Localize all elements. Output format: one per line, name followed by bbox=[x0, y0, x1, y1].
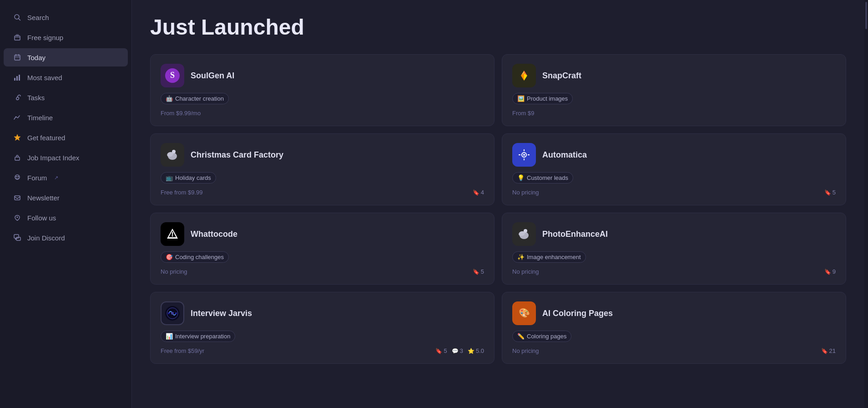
sidebar-item-tasks[interactable]: Tasks bbox=[4, 88, 128, 107]
card-footer: No pricing 🔖 21 bbox=[512, 347, 836, 354]
tag-emoji: 🎯 bbox=[166, 254, 173, 260]
most-saved-icon bbox=[13, 73, 22, 82]
get-featured-icon bbox=[13, 133, 22, 142]
sidebar-item-most-saved[interactable]: Most saved bbox=[4, 68, 128, 87]
join-discord-icon bbox=[13, 233, 22, 242]
main-content: Just Launched S SoulGen AI 🤖 Character c… bbox=[132, 0, 864, 408]
tag-label: Image enhancement bbox=[527, 254, 581, 260]
product-card-photoenhance-ai[interactable]: PhotoEnhanceAI ✨ Image enhancement No pr… bbox=[502, 213, 846, 285]
tag-emoji: ✨ bbox=[517, 254, 525, 260]
stat-icon: ⭐ bbox=[468, 348, 474, 354]
sidebar-item-today[interactable]: Today bbox=[4, 48, 128, 66]
svg-text:🎨: 🎨 bbox=[519, 307, 530, 318]
svg-point-41 bbox=[171, 312, 174, 315]
card-name: Whattocode bbox=[191, 230, 237, 239]
card-stats: 🔖 5 bbox=[473, 268, 484, 275]
sidebar-item-label: Most saved bbox=[27, 74, 62, 82]
free-signup-icon bbox=[13, 33, 22, 42]
svg-rect-16 bbox=[15, 196, 20, 200]
sidebar-item-newsletter[interactable]: Newsletter bbox=[4, 189, 128, 207]
timeline-icon bbox=[13, 113, 22, 122]
product-card-interview-jarvis[interactable]: Interview Jarvis 📊 Interview preparation… bbox=[150, 292, 495, 364]
card-info: AI Coloring Pages bbox=[542, 309, 613, 318]
tag-label: Customer leads bbox=[527, 174, 568, 181]
card-logo bbox=[161, 301, 184, 325]
tag-emoji: 🤖 bbox=[166, 95, 173, 102]
external-link-icon: ↗ bbox=[54, 175, 58, 181]
svg-text:S: S bbox=[170, 71, 175, 80]
sidebar-item-get-featured[interactable]: Get featured bbox=[4, 128, 128, 147]
product-card-automatica[interactable]: Automatica 💡 Customer leads No pricing 🔖… bbox=[502, 133, 846, 205]
card-stats: 🔖 21 bbox=[821, 347, 836, 354]
tag-label: Interview preparation bbox=[175, 333, 230, 340]
newsletter-icon bbox=[13, 193, 22, 202]
product-card-whattocode[interactable]: Whattocode 🎯 Coding challenges No pricin… bbox=[150, 213, 495, 285]
card-name: SoulGen AI bbox=[191, 71, 234, 81]
card-tag-row: 🤖 Character creation bbox=[161, 93, 484, 104]
card-logo bbox=[161, 143, 184, 167]
sidebar-item-free-signup[interactable]: Free signup bbox=[4, 28, 128, 46]
product-grid: S SoulGen AI 🤖 Character creation From $… bbox=[150, 54, 846, 364]
card-tag: ✏️ Coloring pages bbox=[512, 331, 571, 342]
card-header: 🎨 AI Coloring Pages bbox=[512, 301, 836, 325]
card-pricing: From $9.99/mo bbox=[161, 110, 201, 117]
card-info: SnapCraft bbox=[542, 71, 581, 81]
card-info: Interview Jarvis bbox=[191, 309, 252, 318]
today-icon bbox=[13, 53, 22, 62]
sidebar-item-label: Today bbox=[27, 54, 45, 61]
stat-value: 5 bbox=[481, 268, 484, 275]
sidebar-item-search[interactable]: Search bbox=[4, 8, 128, 26]
card-stats: 🔖 5 bbox=[824, 189, 836, 196]
svg-rect-35 bbox=[172, 232, 173, 235]
card-name: Automatica bbox=[542, 150, 587, 160]
stat-value: 5 bbox=[444, 347, 447, 354]
sidebar-item-label: Timeline bbox=[27, 114, 53, 122]
sidebar-item-follow-us[interactable]: Follow us bbox=[4, 209, 128, 227]
stat-icon: 🔖 bbox=[824, 189, 831, 196]
card-info: Christmas Card Factory bbox=[191, 150, 283, 160]
card-tag-row: 📺 Holiday cards bbox=[161, 172, 484, 184]
card-tag-row: 💡 Customer leads bbox=[512, 172, 836, 184]
card-tag-row: 🎯 Coding challenges bbox=[161, 251, 484, 263]
card-tag-row: 📊 Interview preparation bbox=[161, 331, 484, 342]
card-footer: From $9 bbox=[512, 110, 836, 117]
stat-save: 🔖 4 bbox=[473, 189, 484, 196]
card-footer: Free from $59/yr 🔖 5 💬 3 ⭐ 5.0 bbox=[161, 347, 484, 354]
card-pricing: No pricing bbox=[161, 268, 187, 275]
stat-star: ⭐ 5.0 bbox=[468, 347, 484, 354]
card-header: SnapCraft bbox=[512, 64, 836, 87]
stat-save: 🔖 5 bbox=[824, 189, 836, 196]
svg-rect-9 bbox=[16, 76, 18, 81]
card-logo bbox=[512, 222, 536, 246]
sidebar-item-forum[interactable]: Forum ↗ bbox=[4, 168, 128, 187]
scroll-thumb bbox=[865, 2, 867, 29]
card-pricing: No pricing bbox=[512, 347, 539, 354]
sidebar-item-join-discord[interactable]: Join Discord bbox=[4, 229, 128, 247]
svg-point-15 bbox=[18, 176, 19, 178]
card-pricing: Free from $9.99 bbox=[161, 189, 203, 196]
sidebar-item-label: Join Discord bbox=[27, 234, 65, 242]
sidebar-item-job-impact[interactable]: Job Impact Index bbox=[4, 148, 128, 167]
product-card-ai-coloring-pages[interactable]: 🎨 AI Coloring Pages ✏️ Coloring pages No… bbox=[502, 292, 846, 364]
sidebar-item-label: Job Impact Index bbox=[27, 154, 79, 162]
card-stats: 🔖 5 💬 3 ⭐ 5.0 bbox=[435, 347, 484, 354]
tag-emoji: 💡 bbox=[517, 174, 525, 181]
stat-save: 🔖 21 bbox=[821, 347, 836, 354]
scrollbar[interactable] bbox=[864, 0, 868, 408]
svg-marker-11 bbox=[14, 134, 20, 141]
stat-value: 4 bbox=[481, 189, 484, 196]
card-stats: 🔖 9 bbox=[824, 268, 836, 275]
stat-icon: 🔖 bbox=[435, 348, 442, 354]
stat-value: 3 bbox=[460, 347, 463, 354]
sidebar-item-timeline[interactable]: Timeline bbox=[4, 108, 128, 127]
sidebar-item-label: Search bbox=[27, 14, 49, 21]
job-impact-icon bbox=[13, 153, 22, 162]
product-card-christmas-card-factory[interactable]: Christmas Card Factory 📺 Holiday cards F… bbox=[150, 133, 495, 205]
stat-save: 🔖 9 bbox=[824, 268, 836, 275]
card-pricing: Free from $59/yr bbox=[161, 347, 204, 354]
svg-point-34 bbox=[172, 235, 173, 237]
svg-rect-10 bbox=[19, 75, 20, 81]
stat-value: 21 bbox=[829, 347, 836, 354]
product-card-soulgen-ai[interactable]: S SoulGen AI 🤖 Character creation From $… bbox=[150, 54, 495, 126]
product-card-snapcraft[interactable]: SnapCraft 🖼️ Product images From $9 bbox=[502, 54, 846, 126]
